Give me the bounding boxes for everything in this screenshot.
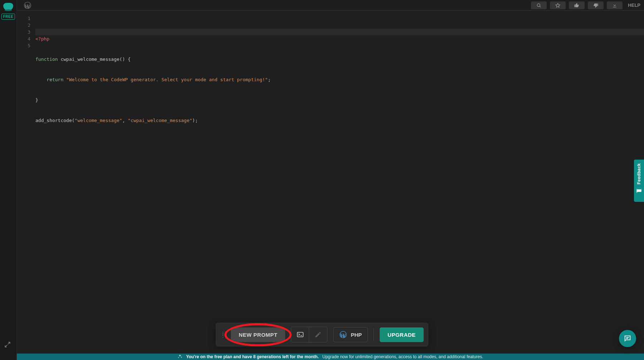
svg-rect-2: [297, 332, 303, 337]
help-link[interactable]: HELP: [628, 3, 640, 8]
chat-button[interactable]: [619, 330, 636, 347]
thumbs-down-button[interactable]: [588, 1, 604, 9]
language-label: PHP: [351, 332, 362, 338]
upgrade-button[interactable]: UPGRADE: [380, 327, 424, 342]
banner-bold-text: You're on the free plan and have 8 gener…: [186, 354, 319, 359]
wordpress-icon[interactable]: [24, 1, 31, 9]
line-number: 2: [17, 22, 30, 29]
drag-handle-icon[interactable]: ⋮⋮: [220, 332, 225, 337]
svg-point-1: [537, 4, 540, 6]
bottom-toolbar: ⋮⋮ NEW PROMPT PHP UPGRADE: [216, 323, 428, 346]
upgrade-label: UPGRADE: [387, 332, 416, 338]
line-number-gutter: 1 2 3 4 5: [17, 11, 35, 354]
favorite-button[interactable]: [550, 1, 566, 9]
wordpress-mini-icon: [339, 331, 347, 339]
free-plan-badge: FREE: [1, 14, 15, 20]
top-actions: HELP: [531, 1, 644, 9]
code-token: [35, 77, 47, 82]
terminal-mode-button[interactable]: [291, 327, 309, 342]
sparkle-icon: [177, 354, 182, 360]
code-token: "cwpai_welcome_message": [128, 118, 192, 123]
line-number: 4: [17, 35, 30, 42]
code-token: ;: [268, 77, 271, 82]
language-selector[interactable]: PHP: [333, 327, 368, 342]
line-number: 3: [17, 29, 30, 35]
download-button[interactable]: [607, 1, 623, 9]
new-prompt-button[interactable]: NEW PROMPT: [231, 327, 285, 342]
plan-banner: You're on the free plan and have 8 gener…: [17, 354, 644, 360]
search-button[interactable]: [531, 1, 547, 9]
app-logo-icon[interactable]: [3, 3, 13, 10]
code-token: "Welcome to the CodeWP generator. Select…: [63, 77, 268, 82]
new-prompt-label: NEW PROMPT: [239, 332, 277, 338]
code-editor[interactable]: 1 2 3 4 5 <?php function cwpai_welcome_m…: [17, 11, 644, 354]
line-number: 1: [17, 15, 30, 22]
mode-toggle-group: [291, 327, 327, 342]
feedback-icon: [636, 187, 642, 194]
feedback-label: Feedback: [636, 163, 641, 184]
divider: [374, 329, 374, 341]
code-token: );: [192, 118, 198, 123]
feedback-tab[interactable]: Feedback: [634, 160, 644, 202]
active-line-highlight: [35, 29, 644, 35]
code-token: "welcome_message": [75, 118, 122, 123]
code-token: add_shortcode(: [35, 118, 75, 123]
edit-mode-button[interactable]: [309, 327, 327, 342]
code-token: return: [47, 77, 63, 82]
expand-icon[interactable]: [4, 341, 11, 349]
left-sidebar: FREE: [0, 0, 17, 360]
code-token: <?php: [35, 36, 49, 42]
code-token: function: [35, 57, 58, 62]
top-bar: HELP: [17, 0, 644, 11]
code-token: ,: [122, 118, 128, 123]
thumbs-up-button[interactable]: [569, 1, 585, 9]
banner-upgrade-text[interactable]: Upgrade now for unlimited generations, a…: [322, 354, 483, 359]
code-token: }: [35, 97, 38, 103]
code-token: cwpai_welcome_message() {: [58, 57, 131, 62]
code-content[interactable]: <?php function cwpai_welcome_message() {…: [35, 11, 644, 354]
line-number: 5: [17, 42, 30, 49]
